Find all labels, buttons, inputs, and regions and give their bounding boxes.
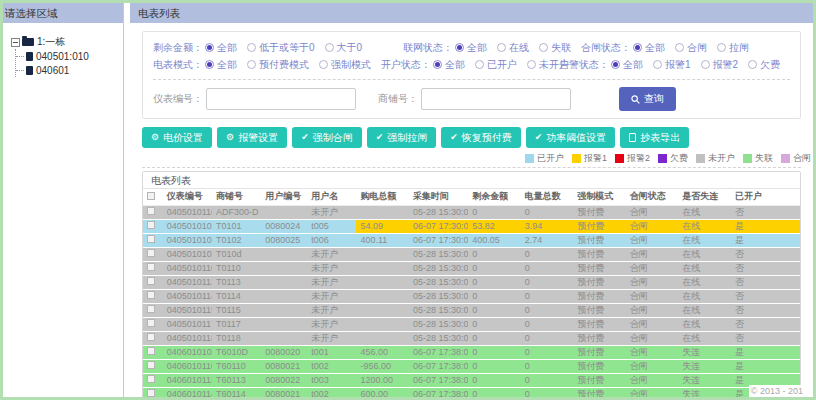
action-button[interactable]: ⚙报警设置: [217, 127, 287, 148]
table-row[interactable]: 040601010DT6010D0080020t001456.0006-07 1…: [143, 345, 800, 359]
action-button[interactable]: ✔恢复预付费: [441, 127, 521, 148]
shop-no-input[interactable]: [421, 88, 571, 110]
table-row[interactable]: 0405010101T01010080024t00554.0906-07 17:…: [143, 219, 800, 233]
meter-no-input[interactable]: [206, 88, 356, 110]
legend-item: 失联: [743, 152, 773, 165]
cell-balance: 0: [468, 359, 521, 373]
cell-meter-no: 0405010102: [163, 233, 212, 247]
radio-option[interactable]: 合闸: [675, 41, 707, 55]
collapse-icon[interactable]: [11, 38, 20, 47]
table-header-row: 仪表编号商铺号用户编号用户名购电总额采集时间剩余金额电量总数强制模式合闸状态是否…: [143, 189, 800, 205]
cell-energy-total: 0: [521, 373, 574, 387]
row-checkbox[interactable]: [147, 361, 155, 369]
legend-label: 未开户: [708, 152, 735, 165]
cell-shop-no: T60113: [212, 373, 261, 387]
query-button[interactable]: 查询: [619, 87, 676, 111]
cell-user-name: t002: [307, 387, 356, 400]
tree-node-root[interactable]: 1:一栋: [11, 35, 119, 49]
table-row[interactable]: 0405010110T0110未开户05-28 15:30:0000预付费合闸在…: [143, 261, 800, 275]
table-row[interactable]: 0405010114T0114未开户05-28 15:30:0000预付费合闸在…: [143, 289, 800, 303]
row-checkbox[interactable]: [147, 249, 155, 257]
col-force-mode: 强制模式: [573, 189, 626, 205]
radio-option-label: 低于或等于0: [259, 41, 315, 55]
cell-lost-status: 在线: [678, 289, 731, 303]
radio-option[interactable]: 全部: [633, 41, 665, 55]
table-row[interactable]: 0405010116ADF300-D 3未开户05-28 15:30:0000预…: [143, 205, 800, 219]
action-button[interactable]: ✔强制合闸: [292, 127, 362, 148]
cell-collect-time: 06-07 17:38:00: [409, 345, 468, 359]
row-checkbox[interactable]: [147, 347, 155, 355]
radio-option[interactable]: 拉闸: [717, 41, 749, 55]
row-checkbox[interactable]: [147, 221, 155, 229]
cell-checkbox: [143, 373, 163, 387]
radio-icon: [633, 43, 642, 52]
cell-checkbox: [143, 275, 163, 289]
radio-icon: [748, 60, 757, 69]
row-checkbox[interactable]: [147, 333, 155, 341]
export-icon: [629, 133, 636, 142]
radio-option[interactable]: 欠费: [748, 58, 780, 72]
cell-purchase-total: -956.00: [356, 359, 409, 373]
select-all-checkbox[interactable]: [147, 192, 155, 200]
tree-node[interactable]: 040601: [16, 63, 119, 77]
cell-shop-no: T0102: [212, 233, 261, 247]
meter-table-panel: 电表列表 仪表编号商铺号用户编号用户名购电总额采集时间剩余金额电量总数强制模式合…: [142, 171, 801, 400]
cell-balance: 0: [468, 303, 521, 317]
row-checkbox[interactable]: [147, 263, 155, 271]
cell-shop-no: T60114: [212, 387, 261, 400]
action-button[interactable]: 抄表导出: [620, 127, 689, 148]
radio-option[interactable]: 低于或等于0: [247, 41, 315, 55]
radio-option[interactable]: 失联: [539, 41, 571, 55]
row-checkbox[interactable]: [147, 305, 155, 313]
action-button[interactable]: ✔强制拉闸: [367, 127, 437, 148]
row-checkbox[interactable]: [147, 389, 155, 397]
gear-icon: ⚙: [226, 133, 234, 142]
row-checkbox[interactable]: [147, 375, 155, 383]
radio-option[interactable]: 全部: [611, 58, 643, 72]
radio-option[interactable]: 大于0: [325, 41, 363, 55]
filter-label: 合闸状态：: [581, 41, 631, 55]
action-button[interactable]: ✔功率阈值设置: [526, 127, 616, 148]
page-title: 电表列表: [138, 7, 180, 19]
table-row[interactable]: 0406010110T601100080021t002-956.0006-07 …: [143, 359, 800, 373]
legend-swatch: [658, 154, 667, 163]
legend-swatch: [572, 154, 581, 163]
filter-row: 剩余金额：全部低于或等于0大于0联网状态：全部在线失联合闸状态：全部合闸拉闸: [153, 39, 790, 56]
filter-label: 联网状态：: [403, 41, 453, 55]
cell-collect-time: 06-07 17:30:00: [409, 219, 468, 233]
radio-option[interactable]: 报警1: [653, 58, 691, 72]
radio-option-label: 报警1: [665, 58, 691, 72]
action-button[interactable]: ⚙电价设置: [142, 127, 212, 148]
cell-user-name: t001: [307, 345, 356, 359]
tree-node[interactable]: 040501:010: [16, 49, 119, 63]
filter-group: 联网状态：全部在线失联: [403, 41, 581, 55]
radio-option[interactable]: 全部: [205, 41, 237, 55]
cell-lost-status: 失连: [678, 345, 731, 359]
row-checkbox[interactable]: [147, 277, 155, 285]
table-row[interactable]: 0405010113T0113未开户05-28 15:30:0000预付费合闸在…: [143, 275, 800, 289]
radio-option[interactable]: 全部: [433, 58, 465, 72]
table-row[interactable]: 0405010118T0118未开户05-28 15:30:0000预付费合闸在…: [143, 331, 800, 345]
table-row[interactable]: 0405010117T0117未开户05-28 15:30:0000预付费合闸在…: [143, 317, 800, 331]
table-row[interactable]: 0406010114T601140080021t002600.0006-07 1…: [143, 387, 800, 400]
row-checkbox[interactable]: [147, 207, 155, 215]
legend-label: 报警2: [627, 152, 650, 165]
table-row[interactable]: 0405010102T01020080025t006400.1106-07 17…: [143, 233, 800, 247]
cell-user-no: 0080024: [261, 219, 307, 233]
cell-balance: 0: [468, 331, 521, 345]
radio-option[interactable]: 在线: [497, 41, 529, 55]
radio-option[interactable]: 已开户: [475, 58, 517, 72]
cell-energy-total: 0: [521, 345, 574, 359]
radio-option[interactable]: 报警2: [701, 58, 739, 72]
row-checkbox[interactable]: [147, 291, 155, 299]
radio-option[interactable]: 全部: [205, 58, 237, 72]
table-row[interactable]: 0406010113T601130080022t0031200.0006-07 …: [143, 373, 800, 387]
row-checkbox[interactable]: [147, 235, 155, 243]
cell-meter-no: 0405010116: [163, 205, 212, 219]
radio-option[interactable]: 预付费模式: [247, 58, 309, 72]
row-checkbox[interactable]: [147, 319, 155, 327]
table-row[interactable]: 0405010115T0115未开户05-28 15:30:0000预付费合闸在…: [143, 303, 800, 317]
radio-option[interactable]: 全部: [455, 41, 487, 55]
radio-option[interactable]: 强制模式: [319, 58, 371, 72]
table-row[interactable]: 040501010DT010d未开户05-28 15:30:0000预付费合闸在…: [143, 247, 800, 261]
